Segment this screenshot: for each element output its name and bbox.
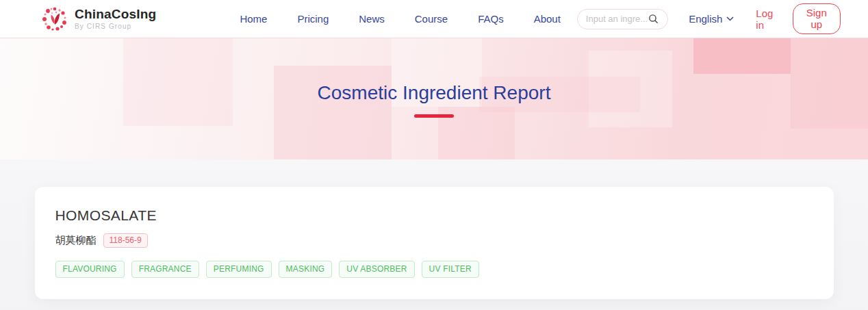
hero-banner: Cosmetic Ingredient Report: [0, 38, 868, 159]
chevron-down-icon: [726, 16, 734, 21]
function-tag-flavouring[interactable]: FLAVOURING: [55, 261, 125, 278]
title-underline: [414, 114, 454, 118]
cas-number-badge: 118-56-9: [103, 233, 148, 248]
function-tag-perfuming[interactable]: PERFUMING: [206, 261, 272, 278]
language-selector[interactable]: English: [689, 13, 734, 25]
nav-item-about[interactable]: About: [534, 13, 561, 25]
page-title: Cosmetic Ingredient Report: [0, 38, 868, 104]
brand-name: ChinaCosIng: [75, 8, 156, 22]
search-icon[interactable]: [648, 13, 659, 25]
function-tag-uv-filter[interactable]: UV FILTER: [422, 261, 479, 278]
nav-item-home[interactable]: Home: [240, 13, 267, 25]
function-tags: FLAVOURING FRAGRANCE PERFUMING MASKING U…: [55, 261, 813, 278]
brand-logo-text: ChinaCosIng By CIRS Group: [75, 8, 156, 31]
header: ChinaCosIng By CIRS Group Home Pricing N…: [0, 0, 868, 38]
function-tag-uv-absorber[interactable]: UV ABSORBER: [339, 261, 414, 278]
ingredient-name: HOMOSALATE: [55, 207, 813, 224]
ingredient-search: [577, 9, 668, 29]
ingredient-chinese-name: 胡莫柳酯: [55, 234, 97, 247]
brand-tagline: By CIRS Group: [75, 23, 156, 30]
signup-button[interactable]: Sign up: [793, 3, 841, 34]
ingredient-subinfo-row: 胡莫柳酯 118-56-9: [55, 233, 813, 248]
nav-item-course[interactable]: Course: [415, 13, 448, 25]
brand-logo[interactable]: ChinaCosIng By CIRS Group: [41, 5, 156, 33]
search-input[interactable]: [586, 14, 648, 24]
main-nav: Home Pricing News Course FAQs About: [240, 13, 560, 25]
login-link[interactable]: Log in: [756, 8, 776, 31]
function-tag-fragrance[interactable]: FRAGRANCE: [131, 261, 199, 278]
brand-logo-icon: [41, 5, 68, 33]
function-tag-masking[interactable]: MASKING: [279, 261, 333, 278]
nav-item-faqs[interactable]: FAQs: [478, 13, 504, 25]
ingredient-card: HOMOSALATE 胡莫柳酯 118-56-9 FLAVOURING FRAG…: [35, 187, 834, 299]
nav-item-pricing[interactable]: Pricing: [297, 13, 329, 25]
language-label: English: [689, 13, 722, 25]
nav-item-news[interactable]: News: [359, 13, 385, 25]
